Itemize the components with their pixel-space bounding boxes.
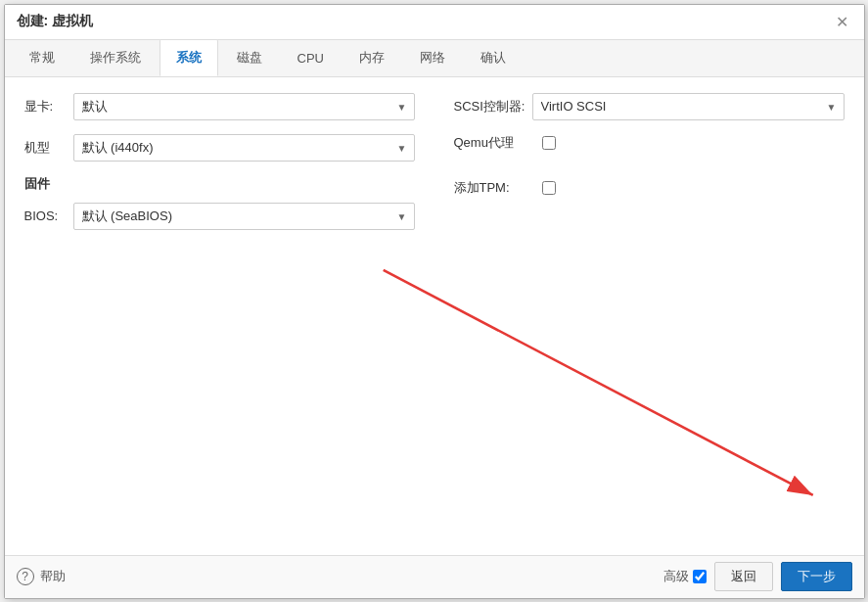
advanced-row: 高级 xyxy=(663,568,707,585)
form-right: SCSI控制器: VirtIO SCSI ▼ Qemu代理 添加TPM: xyxy=(454,93,845,244)
tab-system[interactable]: 系统 xyxy=(160,39,218,76)
tpm-label: 添加TPM: xyxy=(454,179,542,197)
dialog-container: 创建: 虚拟机 ✕ 常规 操作系统 系统 磁盘 CPU 内存 网络 确认 显卡:… xyxy=(4,4,865,599)
qemu-checkbox[interactable] xyxy=(542,136,556,150)
machine-select[interactable]: 默认 (i440fx) xyxy=(73,134,415,162)
tab-bar: 常规 操作系统 系统 磁盘 CPU 内存 网络 确认 xyxy=(5,40,864,77)
svg-line-1 xyxy=(383,269,812,494)
machine-row: 机型 默认 (i440fx) ▼ xyxy=(24,134,415,162)
advanced-checkbox[interactable] xyxy=(693,570,707,583)
back-button[interactable]: 返回 xyxy=(714,562,773,591)
help-icon[interactable]: ? xyxy=(17,568,34,585)
footer: ? 帮助 高级 返回 下一步 xyxy=(5,555,864,598)
content-area: 显卡: 默认 ▼ 机型 默认 (i440fx) ▼ xyxy=(5,77,864,555)
tab-disk[interactable]: 磁盘 xyxy=(220,39,279,76)
close-button[interactable]: ✕ xyxy=(833,12,852,31)
tab-memory[interactable]: 内存 xyxy=(343,39,401,76)
advanced-label: 高级 xyxy=(663,568,689,585)
tab-os[interactable]: 操作系统 xyxy=(73,39,158,76)
bios-row: BIOS: 默认 (SeaBIOS) ▼ xyxy=(24,203,415,230)
scsi-label: SCSI控制器: xyxy=(454,98,532,116)
footer-right: 高级 返回 下一步 xyxy=(663,562,852,591)
scsi-select-wrapper: VirtIO SCSI ▼ xyxy=(532,93,845,120)
footer-left: ? 帮助 xyxy=(17,568,66,585)
bios-select-wrapper: 默认 (SeaBIOS) ▼ xyxy=(73,203,415,230)
display-label: 显卡: xyxy=(24,98,73,116)
title-bar: 创建: 虚拟机 ✕ xyxy=(5,5,864,40)
display-select[interactable]: 默认 xyxy=(73,93,415,120)
help-label: 帮助 xyxy=(40,568,66,585)
bios-select[interactable]: 默认 (SeaBIOS) xyxy=(73,203,415,230)
machine-label: 机型 xyxy=(24,139,73,157)
form-left: 显卡: 默认 ▼ 机型 默认 (i440fx) ▼ xyxy=(24,93,415,244)
firmware-title: 固件 xyxy=(24,175,415,193)
machine-select-wrapper: 默认 (i440fx) ▼ xyxy=(73,134,415,162)
qemu-label: Qemu代理 xyxy=(454,134,542,152)
scsi-select[interactable]: VirtIO SCSI xyxy=(532,93,845,120)
tab-general[interactable]: 常规 xyxy=(13,39,71,76)
qemu-row: Qemu代理 xyxy=(454,134,845,152)
tpm-checkbox[interactable] xyxy=(542,181,556,195)
next-button[interactable]: 下一步 xyxy=(781,562,852,591)
dialog-title: 创建: 虚拟机 xyxy=(17,13,94,30)
tab-network[interactable]: 网络 xyxy=(403,39,462,76)
tpm-row: 添加TPM: xyxy=(454,179,845,197)
scsi-row: SCSI控制器: VirtIO SCSI ▼ xyxy=(454,93,845,120)
tab-confirm[interactable]: 确认 xyxy=(464,39,523,76)
display-row: 显卡: 默认 ▼ xyxy=(24,93,415,120)
bios-label: BIOS: xyxy=(24,208,73,223)
display-select-wrapper: 默认 ▼ xyxy=(73,93,415,120)
tab-cpu[interactable]: CPU xyxy=(281,39,341,76)
